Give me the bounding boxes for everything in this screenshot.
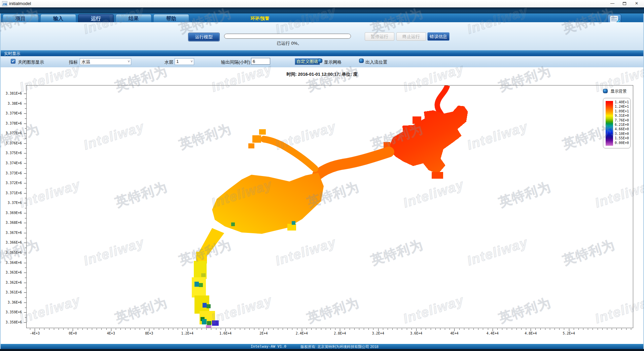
minimize-button[interactable]: — (606, 0, 618, 7)
show-background-label: 显示背景 (610, 89, 627, 94)
plot-canvas (26, 85, 633, 328)
x-minor-tick (144, 328, 145, 330)
indicator-label: 指标 (69, 59, 78, 65)
x-minor-tick (278, 328, 278, 330)
x-minor-tick (598, 328, 598, 330)
run-model-button[interactable]: 运行模型 (188, 33, 219, 41)
y-tick-label: 3.375E+6 (6, 151, 22, 155)
x-minor-tick (192, 328, 192, 330)
y-tick-mark (24, 193, 26, 194)
x-minor-tick (426, 328, 426, 330)
tab-project[interactable]: 项目 (3, 14, 38, 22)
x-minor-tick (459, 328, 460, 330)
close-button[interactable]: ✕ (631, 0, 643, 7)
y-tick-mark (24, 183, 26, 183)
x-minor-tick (526, 328, 526, 330)
x-minor-tick (607, 328, 607, 330)
x-minor-tick (407, 328, 407, 330)
x-minor-tick (497, 328, 498, 330)
x-minor-tick (397, 328, 397, 330)
y-minor-tick (25, 128, 26, 129)
x-minor-tick (240, 328, 240, 330)
x-minor-tick (364, 328, 364, 330)
y-tick-mark (24, 113, 26, 114)
x-minor-tick (164, 328, 164, 330)
x-minor-tick (512, 328, 512, 330)
x-tick-mark (263, 328, 264, 331)
tab-results[interactable]: 结果 (116, 14, 151, 22)
x-minor-tick (292, 328, 292, 330)
y-tick-label: 3.378E+6 (6, 121, 22, 125)
y-tick-mark (24, 213, 26, 213)
show-grid-toggle[interactable] (318, 59, 322, 63)
y-tick-mark (24, 143, 26, 144)
progress-bar (224, 34, 351, 39)
y-minor-tick (25, 158, 26, 159)
indicator-select[interactable]: 水温 ˅ (80, 58, 131, 65)
x-minor-tick (345, 328, 345, 330)
show-background-toggle[interactable] (603, 89, 608, 93)
x-minor-tick (254, 328, 254, 330)
x-tick-mark (149, 328, 149, 331)
x-minor-tick (593, 328, 593, 330)
x-tick-mark (225, 328, 226, 331)
x-minor-tick (68, 328, 68, 330)
x-minor-tick (502, 328, 502, 330)
y-tick-mark (24, 263, 26, 263)
legend-value: 1.24E+1 (615, 105, 629, 109)
x-tick-mark (454, 328, 455, 331)
x-minor-tick (206, 328, 207, 330)
x-minor-tick (612, 328, 612, 330)
custom-colormap-button[interactable]: 自定义图谱 (295, 58, 320, 65)
tab-run[interactable]: 运行 (78, 14, 114, 22)
x-minor-tick (59, 328, 59, 330)
x-minor-tick (168, 328, 169, 330)
x-minor-tick (564, 328, 564, 330)
x-minor-tick (259, 328, 259, 330)
y-tick-mark (24, 273, 26, 273)
maximize-button[interactable] (618, 0, 631, 7)
x-minor-tick (464, 328, 464, 330)
y-tick-mark (24, 243, 26, 243)
tab-help[interactable]: 帮助 (153, 14, 189, 22)
x-minor-tick (82, 328, 83, 330)
x-minor-tick (478, 328, 478, 330)
y-tick-label: 3.366E+6 (6, 241, 22, 244)
x-minor-tick (359, 328, 359, 330)
flow-position-label: 出入流位置 (365, 59, 387, 65)
window-left-edge (0, 13, 1, 349)
legend-value: 1.40E+1 (615, 100, 629, 105)
legend-value: 9.31E+0 (615, 114, 629, 118)
y-minor-tick (25, 248, 26, 248)
x-minor-tick (392, 328, 393, 330)
stop-run-button[interactable]: 终止运行 (396, 32, 426, 41)
colorbar-values: 1.40E+11.24E+11.09E+19.31E+07.76E+06.21E… (615, 100, 629, 145)
interval-input[interactable] (251, 58, 270, 65)
chevron-down-icon: ˅ (128, 59, 130, 63)
y-minor-tick (25, 168, 26, 169)
flow-position-toggle[interactable] (359, 59, 364, 63)
y-tick-label: 3.364E+6 (6, 261, 22, 265)
x-minor-tick (120, 328, 121, 330)
close-graphics-checkbox[interactable]: ✔ (11, 59, 15, 64)
env-warning-label[interactable]: 环评/预警 (251, 15, 270, 22)
realtime-section-header: 实时显示 (0, 50, 644, 56)
y-tick-mark (24, 203, 26, 203)
tab-input[interactable]: 输入 (40, 14, 76, 22)
pause-run-button[interactable]: 暂停运行 (365, 32, 394, 41)
x-minor-tick (97, 328, 97, 330)
y-tick-mark (24, 303, 26, 303)
x-minor-tick (182, 328, 183, 330)
y-tick-label: 3.379E+6 (6, 111, 22, 115)
app-icon (2, 1, 7, 6)
x-tick-mark (302, 328, 302, 331)
x-minor-tick (211, 328, 211, 330)
x-minor-tick (92, 328, 92, 330)
x-minor-tick (578, 328, 579, 330)
y-tick-mark (24, 292, 26, 293)
x-minor-tick (483, 328, 483, 330)
layer-select[interactable]: 1 ˅ (175, 58, 194, 65)
colorbar-legend: 1.40E+11.24E+11.09E+19.31E+07.76E+06.21E… (603, 98, 631, 148)
error-info-button[interactable]: 错误信息 (427, 32, 450, 41)
x-minor-tick (116, 328, 116, 330)
